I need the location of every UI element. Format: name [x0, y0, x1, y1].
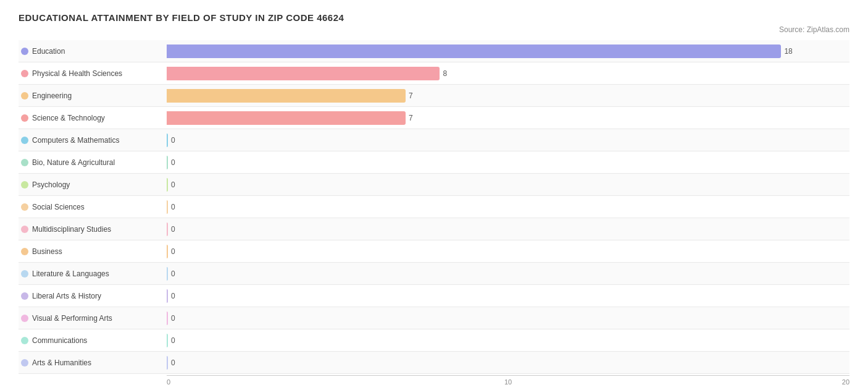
bar-fill [167, 289, 168, 303]
chart-area: Education18Physical & Health Sciences8En… [19, 40, 849, 374]
bar-label-text: Physical & Health Sciences [32, 69, 122, 78]
bar-label-cell: Liberal Arts & History [19, 292, 167, 300]
bar-label-cell: Physical & Health Sciences [19, 69, 167, 78]
bar-dot [21, 270, 28, 278]
bar-dot [21, 48, 28, 55]
bar-fill [167, 89, 406, 103]
bar-dot [21, 226, 28, 233]
bar-label-text: Social Sciences [32, 203, 85, 211]
bar-value-label: 7 [409, 114, 413, 122]
bar-dot [21, 359, 28, 367]
bar-label-text: Bio, Nature & Agricultural [32, 158, 115, 167]
bar-cell: 0 [167, 198, 849, 216]
bar-label-cell: Social Sciences [19, 203, 167, 211]
bar-cell: 7 [167, 87, 849, 104]
bar-label-cell: Literature & Languages [19, 269, 167, 278]
bar-value-label: 0 [171, 314, 175, 323]
bar-row: Literature & Languages0 [19, 263, 849, 285]
bar-value-label: 0 [171, 136, 175, 145]
bar-label-cell: Computers & Mathematics [19, 136, 167, 145]
bar-cell: 0 [167, 354, 849, 371]
bar-fill [167, 67, 440, 80]
bar-label-cell: Engineering [19, 91, 167, 100]
bar-cell: 18 [167, 43, 849, 60]
chart-title: EDUCATIONAL ATTAINMENT BY FIELD OF STUDY… [19, 12, 849, 23]
bar-cell: 0 [167, 310, 849, 327]
bar-cell: 0 [167, 132, 849, 149]
source-label: Source: ZipAtlas.com [19, 25, 849, 34]
bar-label-text: Multidisciplinary Studies [32, 225, 111, 234]
bar-dot [21, 315, 28, 322]
bar-dot [21, 137, 28, 144]
bar-value-label: 0 [171, 292, 175, 300]
bar-fill [167, 312, 168, 325]
bar-cell: 8 [167, 65, 849, 82]
bar-cell: 0 [167, 265, 849, 282]
bar-label-text: Engineering [32, 91, 72, 100]
bar-label-text: Liberal Arts & History [32, 292, 101, 300]
x-axis-tick: 20 [622, 378, 849, 386]
bar-cell: 0 [167, 221, 849, 238]
bar-label-cell: Arts & Humanities [19, 358, 167, 367]
bar-row: Engineering7 [19, 85, 849, 107]
bar-dot [21, 337, 28, 344]
bar-label-cell: Multidisciplinary Studies [19, 225, 167, 234]
bar-label-cell: Psychology [19, 180, 167, 189]
bar-label-text: Visual & Performing Arts [32, 314, 112, 323]
bar-cell: 0 [167, 243, 849, 260]
bar-cell: 0 [167, 287, 849, 305]
bar-row: Communications0 [19, 329, 849, 352]
bar-fill [167, 134, 168, 147]
bar-row: Bio, Nature & Agricultural0 [19, 151, 849, 174]
bar-dot [21, 248, 28, 255]
bar-label-cell: Bio, Nature & Agricultural [19, 158, 167, 167]
bar-label-text: Literature & Languages [32, 269, 109, 278]
x-axis-tick: 10 [394, 378, 622, 386]
bar-value-label: 0 [171, 203, 175, 211]
bar-fill [167, 334, 168, 347]
bar-row: Computers & Mathematics0 [19, 129, 849, 151]
bar-dot [21, 70, 28, 77]
bar-row: Arts & Humanities0 [19, 352, 849, 374]
bar-dot [21, 159, 28, 166]
bar-row: Psychology0 [19, 174, 849, 196]
bar-label-cell: Visual & Performing Arts [19, 314, 167, 323]
bar-value-label: 7 [409, 91, 413, 100]
bar-dot [21, 203, 28, 211]
bar-fill [167, 356, 168, 370]
bar-label-text: Science & Technology [32, 114, 105, 122]
bar-value-label: 0 [171, 336, 175, 345]
bar-row: Science & Technology7 [19, 107, 849, 129]
bar-fill [167, 223, 168, 236]
bar-value-label: 0 [171, 180, 175, 189]
bar-row: Education18 [19, 40, 849, 62]
bar-label-text: Business [32, 247, 62, 256]
bar-row: Business0 [19, 240, 849, 263]
bar-value-label: 0 [171, 358, 175, 367]
bar-label-cell: Communications [19, 336, 167, 345]
bar-value-label: 0 [171, 158, 175, 167]
bar-dot [21, 181, 28, 189]
bar-row: Physical & Health Sciences8 [19, 62, 849, 85]
bar-fill [167, 200, 168, 214]
bar-value-label: 0 [171, 269, 175, 278]
bar-fill [167, 267, 168, 281]
bar-label-text: Education [32, 47, 65, 56]
bar-row: Multidisciplinary Studies0 [19, 218, 849, 240]
bar-cell: 7 [167, 109, 849, 127]
bar-fill [167, 111, 406, 125]
x-axis-tick: 0 [167, 378, 394, 386]
bar-label-cell: Business [19, 247, 167, 256]
bar-label-text: Arts & Humanities [32, 358, 91, 367]
x-axis: 01020 [167, 375, 849, 386]
bar-value-label: 0 [171, 247, 175, 256]
bar-value-label: 18 [784, 47, 792, 56]
bar-label-cell: Education [19, 47, 167, 56]
bar-cell: 0 [167, 154, 849, 171]
bar-fill [167, 45, 781, 58]
bar-fill [167, 156, 168, 169]
bar-label-text: Psychology [32, 180, 70, 189]
bar-fill [167, 245, 168, 258]
bar-row: Social Sciences0 [19, 196, 849, 218]
bar-row: Liberal Arts & History0 [19, 285, 849, 307]
